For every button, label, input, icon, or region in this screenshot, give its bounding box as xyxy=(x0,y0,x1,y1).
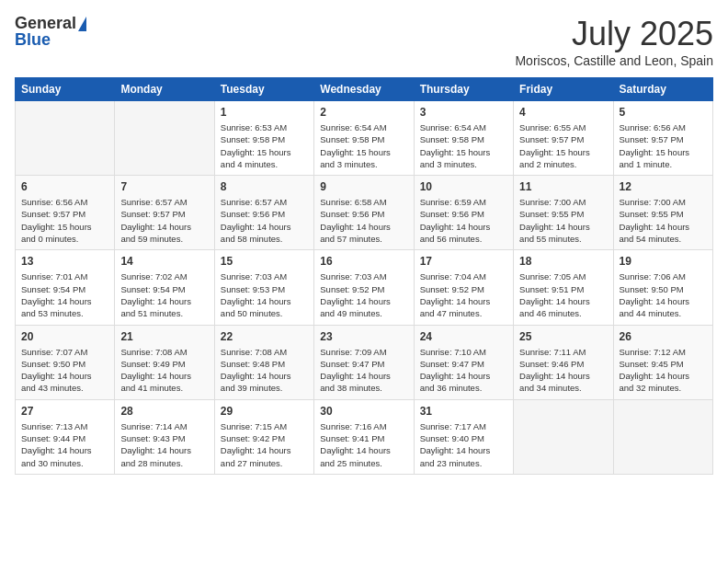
day-info: Sunrise: 7:01 AM Sunset: 9:54 PM Dayligh… xyxy=(21,270,108,319)
location-title: Moriscos, Castille and Leon, Spain xyxy=(515,53,713,68)
day-number: 4 xyxy=(519,106,607,119)
column-header-friday: Friday xyxy=(514,78,613,101)
day-info: Sunrise: 7:14 AM Sunset: 9:43 PM Dayligh… xyxy=(120,420,208,469)
day-info: Sunrise: 7:04 AM Sunset: 9:52 PM Dayligh… xyxy=(420,270,507,319)
day-info: Sunrise: 6:57 AM Sunset: 9:56 PM Dayligh… xyxy=(221,196,308,245)
day-info: Sunrise: 7:08 AM Sunset: 9:48 PM Dayligh… xyxy=(221,346,308,395)
calendar-cell: 20Sunrise: 7:07 AM Sunset: 9:50 PM Dayli… xyxy=(16,325,115,399)
calendar-cell: 5Sunrise: 6:56 AM Sunset: 9:57 PM Daylig… xyxy=(613,101,712,176)
calendar-cell: 7Sunrise: 6:57 AM Sunset: 9:57 PM Daylig… xyxy=(115,176,214,250)
day-info: Sunrise: 7:13 AM Sunset: 9:44 PM Dayligh… xyxy=(21,420,108,469)
day-number: 10 xyxy=(420,180,507,193)
day-number: 28 xyxy=(120,405,208,418)
day-number: 17 xyxy=(420,255,507,268)
day-number: 25 xyxy=(519,330,607,343)
calendar-cell: 31Sunrise: 7:17 AM Sunset: 9:40 PM Dayli… xyxy=(414,399,513,474)
calendar-cell xyxy=(16,101,115,176)
calendar-week-row: 6Sunrise: 6:56 AM Sunset: 9:57 PM Daylig… xyxy=(16,176,713,250)
calendar-cell: 16Sunrise: 7:03 AM Sunset: 9:52 PM Dayli… xyxy=(314,250,414,325)
column-header-monday: Monday xyxy=(115,78,214,101)
logo-general-text: General xyxy=(15,15,76,31)
day-number: 13 xyxy=(21,255,108,268)
calendar-cell: 19Sunrise: 7:06 AM Sunset: 9:50 PM Dayli… xyxy=(613,250,712,325)
day-info: Sunrise: 7:07 AM Sunset: 9:50 PM Dayligh… xyxy=(21,346,108,395)
day-number: 1 xyxy=(221,106,308,119)
column-header-thursday: Thursday xyxy=(414,78,513,101)
month-title: July 2025 xyxy=(515,15,713,53)
day-number: 18 xyxy=(519,255,607,268)
day-number: 22 xyxy=(221,330,308,343)
calendar-cell: 21Sunrise: 7:08 AM Sunset: 9:49 PM Dayli… xyxy=(115,325,214,399)
page-header: General Blue July 2025 Moriscos, Castill… xyxy=(15,15,713,68)
day-number: 24 xyxy=(420,330,507,343)
day-number: 30 xyxy=(320,405,407,418)
calendar-week-row: 1Sunrise: 6:53 AM Sunset: 9:58 PM Daylig… xyxy=(16,101,713,176)
calendar-cell: 1Sunrise: 6:53 AM Sunset: 9:58 PM Daylig… xyxy=(214,101,313,176)
calendar-cell: 27Sunrise: 7:13 AM Sunset: 9:44 PM Dayli… xyxy=(16,399,115,474)
day-number: 14 xyxy=(120,255,208,268)
calendar-cell: 25Sunrise: 7:11 AM Sunset: 9:46 PM Dayli… xyxy=(514,325,613,399)
day-number: 7 xyxy=(120,180,208,193)
day-info: Sunrise: 7:12 AM Sunset: 9:45 PM Dayligh… xyxy=(620,346,707,395)
calendar-cell: 29Sunrise: 7:15 AM Sunset: 9:42 PM Dayli… xyxy=(214,399,313,474)
calendar-cell xyxy=(613,399,712,474)
day-number: 23 xyxy=(320,330,407,343)
day-number: 29 xyxy=(221,405,308,418)
day-info: Sunrise: 7:11 AM Sunset: 9:46 PM Dayligh… xyxy=(519,346,607,395)
day-info: Sunrise: 6:56 AM Sunset: 9:57 PM Dayligh… xyxy=(21,196,108,245)
calendar-cell: 24Sunrise: 7:10 AM Sunset: 9:47 PM Dayli… xyxy=(414,325,513,399)
calendar-week-row: 20Sunrise: 7:07 AM Sunset: 9:50 PM Dayli… xyxy=(16,325,713,399)
calendar-cell: 10Sunrise: 6:59 AM Sunset: 9:56 PM Dayli… xyxy=(414,176,513,250)
calendar-cell xyxy=(514,399,613,474)
day-info: Sunrise: 7:02 AM Sunset: 9:54 PM Dayligh… xyxy=(120,270,208,319)
calendar-cell: 26Sunrise: 7:12 AM Sunset: 9:45 PM Dayli… xyxy=(613,325,712,399)
day-info: Sunrise: 6:53 AM Sunset: 9:58 PM Dayligh… xyxy=(221,121,308,170)
calendar-cell: 6Sunrise: 6:56 AM Sunset: 9:57 PM Daylig… xyxy=(16,176,115,250)
calendar-cell: 13Sunrise: 7:01 AM Sunset: 9:54 PM Dayli… xyxy=(16,250,115,325)
day-number: 12 xyxy=(620,180,707,193)
calendar-cell: 3Sunrise: 6:54 AM Sunset: 9:58 PM Daylig… xyxy=(414,101,513,176)
day-number: 2 xyxy=(320,106,407,119)
column-header-saturday: Saturday xyxy=(613,78,712,101)
logo: General Blue xyxy=(15,15,86,48)
calendar-week-row: 13Sunrise: 7:01 AM Sunset: 9:54 PM Dayli… xyxy=(16,250,713,325)
calendar-cell: 8Sunrise: 6:57 AM Sunset: 9:56 PM Daylig… xyxy=(214,176,313,250)
calendar-table: SundayMondayTuesdayWednesdayThursdayFrid… xyxy=(15,77,713,475)
day-number: 5 xyxy=(620,106,707,119)
day-number: 20 xyxy=(21,330,108,343)
day-number: 26 xyxy=(620,330,707,343)
day-number: 15 xyxy=(221,255,308,268)
day-info: Sunrise: 7:17 AM Sunset: 9:40 PM Dayligh… xyxy=(420,420,507,469)
day-number: 9 xyxy=(320,180,407,193)
day-info: Sunrise: 6:54 AM Sunset: 9:58 PM Dayligh… xyxy=(320,121,407,170)
calendar-cell: 4Sunrise: 6:55 AM Sunset: 9:57 PM Daylig… xyxy=(514,101,613,176)
day-info: Sunrise: 7:00 AM Sunset: 9:55 PM Dayligh… xyxy=(620,196,707,245)
day-info: Sunrise: 7:15 AM Sunset: 9:42 PM Dayligh… xyxy=(221,420,308,469)
day-info: Sunrise: 7:06 AM Sunset: 9:50 PM Dayligh… xyxy=(620,270,707,319)
day-info: Sunrise: 6:57 AM Sunset: 9:57 PM Dayligh… xyxy=(120,196,208,245)
day-number: 31 xyxy=(420,405,507,418)
day-number: 27 xyxy=(21,405,108,418)
calendar-cell: 23Sunrise: 7:09 AM Sunset: 9:47 PM Dayli… xyxy=(314,325,414,399)
calendar-cell: 15Sunrise: 7:03 AM Sunset: 9:53 PM Dayli… xyxy=(214,250,313,325)
day-info: Sunrise: 7:16 AM Sunset: 9:41 PM Dayligh… xyxy=(320,420,407,469)
calendar-cell: 12Sunrise: 7:00 AM Sunset: 9:55 PM Dayli… xyxy=(613,176,712,250)
calendar-cell: 22Sunrise: 7:08 AM Sunset: 9:48 PM Dayli… xyxy=(214,325,313,399)
calendar-cell: 18Sunrise: 7:05 AM Sunset: 9:51 PM Dayli… xyxy=(514,250,613,325)
day-info: Sunrise: 7:10 AM Sunset: 9:47 PM Dayligh… xyxy=(420,346,507,395)
day-number: 11 xyxy=(519,180,607,193)
day-number: 6 xyxy=(21,180,108,193)
column-header-wednesday: Wednesday xyxy=(314,78,414,101)
day-info: Sunrise: 7:03 AM Sunset: 9:53 PM Dayligh… xyxy=(221,270,308,319)
calendar-cell xyxy=(115,101,214,176)
day-info: Sunrise: 7:03 AM Sunset: 9:52 PM Dayligh… xyxy=(320,270,407,319)
day-info: Sunrise: 7:05 AM Sunset: 9:51 PM Dayligh… xyxy=(519,270,607,319)
calendar-cell: 2Sunrise: 6:54 AM Sunset: 9:58 PM Daylig… xyxy=(314,101,414,176)
calendar-week-row: 27Sunrise: 7:13 AM Sunset: 9:44 PM Dayli… xyxy=(16,399,713,474)
calendar-cell: 30Sunrise: 7:16 AM Sunset: 9:41 PM Dayli… xyxy=(314,399,414,474)
day-info: Sunrise: 7:08 AM Sunset: 9:49 PM Dayligh… xyxy=(120,346,208,395)
day-info: Sunrise: 7:00 AM Sunset: 9:55 PM Dayligh… xyxy=(519,196,607,245)
day-info: Sunrise: 6:56 AM Sunset: 9:57 PM Dayligh… xyxy=(620,121,707,170)
day-number: 21 xyxy=(120,330,208,343)
day-info: Sunrise: 7:09 AM Sunset: 9:47 PM Dayligh… xyxy=(320,346,407,395)
